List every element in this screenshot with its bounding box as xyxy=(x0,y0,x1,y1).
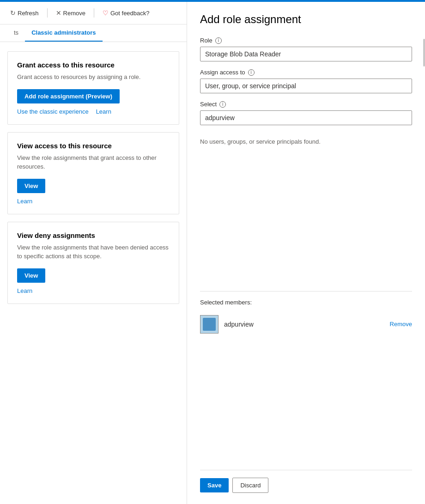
view-deny-title: View deny assignments xyxy=(17,231,170,239)
assign-access-label: Assign access to i xyxy=(200,69,412,76)
toolbar: ↻ Refresh ✕ Remove ♡ Got feedback? xyxy=(0,2,187,24)
view-deny-button[interactable]: View xyxy=(17,268,45,283)
panel-title: Add role assignment xyxy=(200,13,412,26)
member-avatar-inner xyxy=(203,318,216,331)
cards-container: Grant access to this resource Grant acce… xyxy=(0,42,187,313)
select-info-icon[interactable]: i xyxy=(219,101,226,108)
tab-classic-administrators[interactable]: Classic administrators xyxy=(25,24,102,42)
toolbar-divider-1 xyxy=(47,8,48,18)
remove-button[interactable]: ✕ Remove xyxy=(53,7,88,18)
toolbar-divider-2 xyxy=(94,8,94,18)
discard-button[interactable]: Discard xyxy=(232,478,268,493)
grant-access-links: Use the classic experience Learn xyxy=(17,108,170,115)
grant-access-title: Grant access to this resource xyxy=(17,61,170,69)
grant-access-desc: Grant access to resources by assigning a… xyxy=(17,73,170,82)
view-deny-desc: View the role assignments that have been… xyxy=(17,243,170,261)
left-panel: ↻ Refresh ✕ Remove ♡ Got feedback? ts Cl… xyxy=(0,2,187,504)
scroll-indicator[interactable] xyxy=(423,39,425,67)
view-deny-card: View deny assignments View the role assi… xyxy=(7,222,179,304)
member-item: adpurview Remove xyxy=(200,311,412,337)
view-access-desc: View the role assignments that grant acc… xyxy=(17,153,170,171)
grant-access-card: Grant access to this resource Grant acce… xyxy=(7,51,179,125)
divider xyxy=(200,291,412,291)
remove-icon: ✕ xyxy=(56,9,61,17)
role-input[interactable] xyxy=(200,47,412,61)
select-input[interactable] xyxy=(200,110,412,125)
view-deny-learn-link[interactable]: Learn xyxy=(17,287,32,294)
select-field-group: Select i xyxy=(200,101,412,125)
refresh-label: Refresh xyxy=(18,10,39,17)
save-button[interactable]: Save xyxy=(200,478,229,492)
role-info-icon[interactable]: i xyxy=(215,37,222,44)
view-access-title: View access to this resource xyxy=(17,142,170,150)
assign-access-field-group: Assign access to i xyxy=(200,69,412,93)
grant-learn-link[interactable]: Learn xyxy=(96,108,111,115)
view-access-learn-link[interactable]: Learn xyxy=(17,198,32,205)
add-role-assignment-button[interactable]: Add role assignment (Preview) xyxy=(17,89,120,103)
right-panel: Add role assignment Role i Assign access… xyxy=(187,2,425,504)
member-name: adpurview xyxy=(224,321,384,328)
role-field-group: Role i xyxy=(200,37,412,61)
role-label: Role i xyxy=(200,37,412,44)
assign-access-input[interactable] xyxy=(200,79,412,93)
member-avatar xyxy=(200,315,219,334)
refresh-icon: ↻ xyxy=(10,9,16,17)
selected-members-label: Selected members: xyxy=(200,299,412,306)
member-remove-link[interactable]: Remove xyxy=(390,321,412,328)
view-access-links: Learn xyxy=(17,198,170,205)
bottom-bar: Save Discard xyxy=(200,470,412,493)
no-results-message: No users, groups, or service principals … xyxy=(200,133,412,151)
view-access-button[interactable]: View xyxy=(17,179,45,193)
remove-label: Remove xyxy=(63,10,85,17)
view-deny-links: Learn xyxy=(17,287,170,294)
heart-icon: ♡ xyxy=(103,9,109,17)
classic-experience-link[interactable]: Use the classic experience xyxy=(17,108,89,115)
view-access-card: View access to this resource View the ro… xyxy=(7,132,179,214)
feedback-button[interactable]: ♡ Got feedback? xyxy=(100,7,152,18)
feedback-label: Got feedback? xyxy=(110,10,150,17)
tab-ts[interactable]: ts xyxy=(7,24,25,42)
nav-tabs: ts Classic administrators xyxy=(0,24,187,42)
refresh-button[interactable]: ↻ Refresh xyxy=(7,7,42,18)
select-label: Select i xyxy=(200,101,412,108)
assign-access-info-icon[interactable]: i xyxy=(248,69,255,76)
